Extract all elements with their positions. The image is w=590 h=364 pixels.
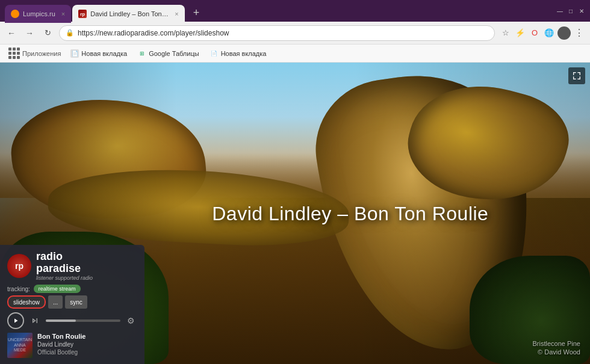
address-bar-right: ☆ ⚡ O 🌐 ⋮ (500, 26, 585, 40)
address-bar: ← → ↻ 🔒 https://new.radioparadise.com/pl… (0, 22, 590, 45)
apps-button[interactable]: Приложения (5, 46, 64, 60)
rp-controls: ⚙ (7, 312, 137, 329)
bookmark-google-sheets[interactable]: ⊞ Google Таблицы (133, 48, 203, 60)
rp-header: rp radio paradise listener supported rad… (7, 251, 137, 281)
rp-progress-fill (46, 319, 76, 322)
url-bar[interactable]: 🔒 https://new.radioparadise.com/player/s… (59, 25, 495, 41)
rp-tagline: listener supported radio (36, 275, 93, 281)
reload-button[interactable]: ↻ (41, 26, 54, 40)
slideshow-button[interactable]: slideshow (7, 295, 46, 309)
rp-track-title: Bon Ton Roulie (37, 333, 85, 340)
bookmark-favicon-2: ⊞ (138, 49, 146, 58)
rp-album-art-image: UNCERTAIN ANNA MEDE (7, 333, 33, 358)
forward-button[interactable]: → (23, 26, 36, 40)
bookmark-new-tab-2[interactable]: 📄 Новая вкладка (205, 48, 272, 60)
bookmark-favicon-1: 📄 (70, 49, 79, 58)
maximize-button[interactable]: □ (567, 7, 574, 14)
play-button[interactable] (7, 312, 24, 329)
tab-title-rp: David Lindley – Bon Ton Roulie (90, 10, 169, 17)
watermark-pine: Bristlecone Pine (533, 340, 581, 347)
tab-close-lumpics[interactable]: × (61, 10, 65, 17)
apps-label: Приложения (22, 50, 61, 57)
settings-button[interactable]: ⚙ (124, 314, 137, 327)
rp-tracking-row: tracking: realtime stream (7, 285, 137, 293)
url-text: https://new.radioparadise.com/player/sli… (78, 29, 488, 37)
tab-title-lumpics: Lumpics.ru (23, 10, 55, 17)
new-tab-button[interactable]: + (188, 4, 205, 22)
bookmark-star-icon[interactable]: ☆ (500, 27, 512, 39)
radio-player: rp radio paradise listener supported rad… (0, 245, 144, 364)
rp-name-block: radio paradise listener supported radio (36, 251, 93, 281)
browser-extensions-icon[interactable]: ⚡ (514, 27, 526, 39)
rp-mode-buttons: slideshow ... sync (7, 295, 137, 309)
watermark-wood: © David Wood (538, 348, 580, 356)
rp-album-art: UNCERTAIN ANNA MEDE (7, 333, 33, 358)
rp-track-album: Official Bootleg (37, 349, 85, 356)
rp-track-artist: David Lindley (37, 341, 85, 348)
mode-btn-2[interactable]: ... (48, 295, 63, 309)
back-button[interactable]: ← (5, 26, 18, 40)
tab-favicon-rp: rp (78, 10, 87, 18)
opera-icon[interactable]: O (529, 27, 541, 39)
rp-name-line2: paradise (36, 263, 93, 275)
content-area: David Lindley – Bon Ton Roulie Bristleco… (0, 63, 590, 364)
fullscreen-button[interactable] (568, 67, 585, 84)
globe-icon[interactable]: 🌐 (543, 27, 555, 39)
bookmarks-bar: Приложения 📄 Новая вкладка ⊞ Google Табл… (0, 45, 590, 63)
lock-icon: 🔒 (66, 29, 74, 37)
rp-tracking-badge: realtime stream (34, 285, 81, 293)
next-button[interactable] (28, 313, 42, 328)
window-controls: — □ ✕ (556, 7, 585, 14)
sync-button[interactable]: sync (65, 295, 87, 309)
rp-name-line1: radio (36, 251, 93, 263)
rp-track-info: Bon Ton Roulie David Lindley Official Bo… (37, 333, 85, 356)
rp-tracking-label: tracking: (7, 286, 30, 292)
menu-button[interactable]: ⋮ (573, 27, 585, 39)
tab-close-rp[interactable]: × (175, 10, 178, 17)
bookmark-new-tab-1[interactable]: 📄 Новая вкладка (66, 48, 132, 60)
bookmark-favicon-3: 📄 (210, 49, 219, 58)
browser-window: Lumpics.ru × rp David Lindley – Bon Ton … (0, 0, 590, 364)
minimize-button[interactable]: — (556, 7, 564, 14)
rp-logo: rp (7, 254, 31, 278)
tab-favicon-lumpics (11, 10, 19, 18)
rp-progress-bar[interactable] (46, 319, 120, 322)
tab-group: Lumpics.ru × rp David Lindley – Bon Ton … (5, 0, 554, 22)
profile-avatar[interactable] (557, 26, 571, 40)
tab-lumpics[interactable]: Lumpics.ru × (5, 5, 71, 23)
tab-radioparadise[interactable]: rp David Lindley – Bon Ton Roulie × (72, 5, 184, 23)
close-button[interactable]: ✕ (578, 7, 585, 14)
rp-now-playing: UNCERTAIN ANNA MEDE Bon Ton Roulie David… (7, 333, 137, 358)
title-bar: Lumpics.ru × rp David Lindley – Bon Ton … (0, 0, 590, 22)
